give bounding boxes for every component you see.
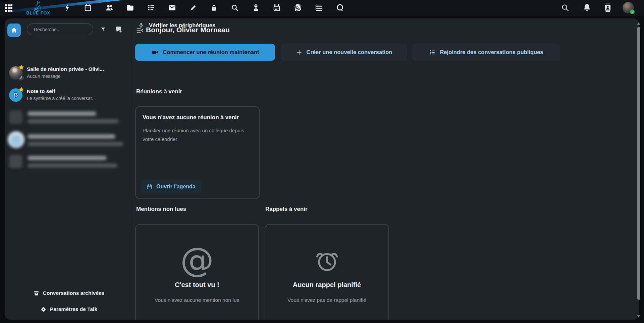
app-content: Salle de réunion privée - Olivi... Aucun… <box>5 18 639 320</box>
app-whisper[interactable] <box>252 3 260 12</box>
redacted-subtitle <box>28 164 117 168</box>
avatar <box>9 155 22 168</box>
join-public-label: Rejoindre des conversations publiques <box>440 49 543 55</box>
conversation-search[interactable] <box>27 24 93 35</box>
new-conversation-button[interactable] <box>113 24 123 34</box>
app-search[interactable] <box>230 3 239 12</box>
envelope-icon <box>168 3 176 12</box>
app-notes[interactable] <box>189 3 198 12</box>
talk-settings-button[interactable]: Paramètres de Talk <box>5 303 133 315</box>
folder-icon <box>126 3 135 12</box>
pencil-icon <box>189 3 198 12</box>
gear-icon <box>40 306 47 313</box>
app-photos[interactable] <box>293 3 302 12</box>
redacted-title <box>28 134 115 139</box>
users-icon <box>105 3 114 12</box>
reminders-empty-body: Vous n'avez pas de rappel planifié <box>265 297 388 303</box>
redacted-title <box>28 156 107 160</box>
bell-icon <box>582 3 592 12</box>
conversation-item-private-room[interactable]: Salle de réunion privée - Olivi... Aucun… <box>5 62 133 84</box>
meetings-empty-card: Vous n'avez aucune réunion à venir Plani… <box>135 106 260 199</box>
mentions-section-title: Mentions non lues <box>136 206 186 213</box>
checklist-icon <box>147 3 156 12</box>
bluefox-logo[interactable]: BLUE FOX <box>21 0 56 16</box>
unified-search-button[interactable] <box>560 3 570 12</box>
contacts-book-icon <box>603 3 612 12</box>
active-app-indicator <box>0 0 8 2</box>
app-contacts[interactable] <box>105 3 114 12</box>
start-meeting-button[interactable]: Commencer une réunion maintenant <box>135 44 275 61</box>
dashboard-main: Bonjour, Olivier Morneau Commencer une r… <box>133 18 639 320</box>
app-tables[interactable] <box>315 3 323 12</box>
conversation-item-redacted[interactable] <box>5 106 133 128</box>
collapse-sidebar-button[interactable] <box>136 26 144 34</box>
lock-icon <box>210 3 218 12</box>
calendar-icon <box>146 184 153 190</box>
conversation-subtitle: Aucun message <box>27 74 127 79</box>
settings-label: Paramètres de Talk <box>50 306 97 312</box>
conversation-item-note-to-self[interactable]: Note to self Le système a créé la conver… <box>5 84 133 106</box>
app-window: BLUE FOX <box>0 0 644 323</box>
app-calendar[interactable] <box>84 3 92 12</box>
favorite-star-icon <box>18 64 24 71</box>
page-title: Bonjour, Olivier Morneau <box>146 26 230 34</box>
reminders-empty-title: Aucun rappel planifié <box>265 281 388 289</box>
topbar: BLUE FOX <box>0 0 644 16</box>
conversation-subtitle: Le système a créé la conversat... <box>27 96 127 101</box>
create-conversation-button[interactable]: Créer une nouvelle conversation <box>281 44 407 61</box>
dashboard-home-button[interactable] <box>7 24 21 37</box>
lightning-icon <box>63 3 72 12</box>
open-calendar-button[interactable]: Ouvrir l'agenda <box>140 180 202 194</box>
reminders-empty-card: Aucun rappel planifié Vous n'avez pas de… <box>265 224 389 320</box>
start-meeting-label: Commencer une réunion maintenant <box>163 49 259 55</box>
alarm-clock-icon <box>265 237 388 284</box>
conversation-item-redacted[interactable] <box>5 151 133 172</box>
favorite-star-icon <box>18 86 24 93</box>
search-icon <box>560 3 570 12</box>
app-talk[interactable] <box>336 3 344 12</box>
table-grid-icon <box>315 3 323 12</box>
archived-conversations-button[interactable]: Conversations archivées <box>5 287 133 299</box>
app-appointments[interactable] <box>272 3 281 12</box>
app-tasks[interactable] <box>147 3 156 12</box>
online-status-badge <box>630 9 635 14</box>
open-calendar-label: Ouvrir l'agenda <box>156 184 196 190</box>
list-icon <box>429 49 436 56</box>
mentions-empty-title: C'est tout vu ! <box>136 281 258 289</box>
scrollbar-thumb[interactable] <box>637 27 640 300</box>
filter-conversations-button[interactable] <box>98 24 108 34</box>
scrollbar-down-arrow[interactable] <box>637 315 640 318</box>
fox-logo-icon <box>31 0 46 12</box>
app-activity[interactable] <box>63 3 72 12</box>
app-files[interactable] <box>126 3 135 12</box>
app-mail[interactable] <box>168 3 176 12</box>
conversation-title: Note to self <box>27 88 127 94</box>
app-passwords[interactable] <box>210 3 218 12</box>
calendar-icon <box>84 3 92 12</box>
contacts-menu-button[interactable] <box>603 3 612 12</box>
redacted-subtitle <box>28 142 123 146</box>
user-avatar[interactable] <box>623 2 634 13</box>
video-camera-icon <box>151 48 159 56</box>
notifications-button[interactable] <box>582 3 592 12</box>
meetings-section-title: Réunions à venir <box>136 88 182 95</box>
avatar <box>9 110 22 124</box>
join-public-conversations-button[interactable]: Rejoindre des conversations publiques <box>412 44 560 61</box>
chat-plus-icon <box>115 26 122 33</box>
at-sign-icon: @ <box>136 237 258 284</box>
apps-grid-button[interactable] <box>4 3 13 13</box>
archived-label: Conversations archivées <box>43 290 105 296</box>
conversation-title: Salle de réunion privée - Olivi... <box>27 66 127 72</box>
check-icon <box>631 10 634 13</box>
mentions-empty-body: Vous n'avez aucune mention non lue <box>136 297 258 303</box>
scrollbar-up-arrow[interactable] <box>637 22 640 25</box>
filter-funnel-icon <box>100 26 106 33</box>
search-input[interactable] <box>33 27 95 33</box>
link-badge <box>18 75 24 81</box>
create-conversation-label: Créer une nouvelle conversation <box>307 49 392 55</box>
reminders-section-title: Rappels à venir <box>265 206 308 213</box>
whisper-person-icon <box>252 3 260 12</box>
meetings-empty-title: Vous n'avez aucune réunion à venir <box>143 114 239 121</box>
conversation-item-redacted[interactable] <box>5 129 133 151</box>
talk-sidebar: Salle de réunion privée - Olivi... Aucun… <box>5 18 133 320</box>
